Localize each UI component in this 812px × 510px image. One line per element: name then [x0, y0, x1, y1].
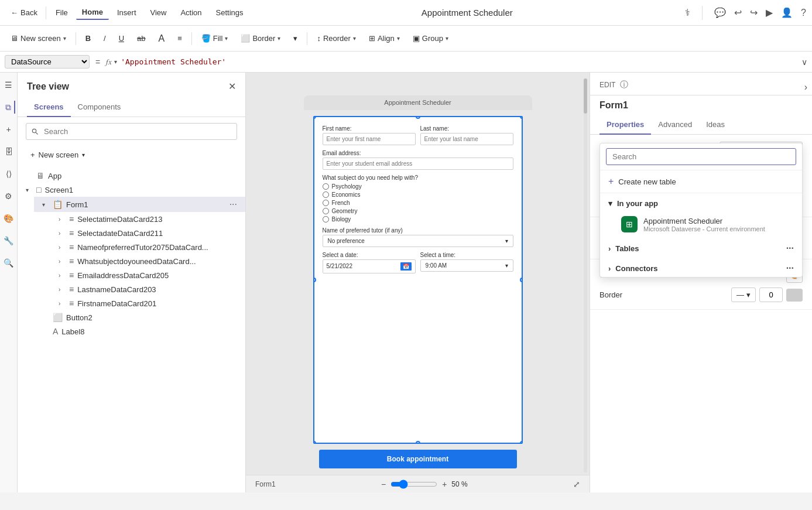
tree-item-selectadate[interactable]: › ≡ SelectadateDataCard211 — [50, 226, 245, 240]
add-icon[interactable]: + — [2, 123, 15, 136]
formula-source-select[interactable]: DataSource — [5, 55, 90, 69]
time-input[interactable]: 9:00 AM ▾ — [420, 259, 513, 272]
font-size-button[interactable]: A — [154, 31, 170, 46]
chat-icon[interactable]: 💬 — [714, 7, 726, 18]
menu-action[interactable]: Action — [174, 6, 207, 19]
border-width-input[interactable] — [759, 287, 783, 302]
tree-item-app[interactable]: 🖥 App — [18, 169, 245, 183]
health-icon[interactable]: ⚕ — [685, 7, 690, 18]
book-appointment-button[interactable]: Book appointment — [319, 450, 517, 468]
back-button[interactable]: ← Back — [6, 6, 42, 19]
theme-icon[interactable]: 🎨 — [2, 212, 15, 225]
ds-connectors-label: Connectors — [615, 264, 657, 273]
canvas-scroll-thumb[interactable] — [584, 78, 587, 114]
tools-icon[interactable]: 🔧 — [2, 234, 15, 247]
formula-input[interactable] — [121, 57, 798, 66]
layers-icon[interactable]: ⧉ — [2, 101, 15, 114]
help-icon[interactable]: ? — [801, 8, 806, 18]
firstname-input[interactable] — [323, 133, 416, 145]
tree-close-button[interactable]: ✕ — [228, 81, 236, 92]
tree-item-lastname[interactable]: › ≡ LastnameDataCard203 — [50, 282, 245, 296]
italic-button[interactable]: / — [99, 32, 111, 45]
tutor-dropdown[interactable]: No preference ▾ — [323, 235, 513, 247]
border-style-dropdown[interactable]: — ▾ — [731, 287, 756, 302]
border-color-picker[interactable] — [786, 289, 803, 302]
formula-expand-icon[interactable]: ∨ — [801, 57, 807, 67]
settings-icon[interactable]: ⚙ — [2, 190, 15, 203]
tables-dots[interactable]: ··· — [786, 243, 794, 254]
new-screen-button[interactable]: 🖥 New screen ▾ — [6, 32, 71, 45]
tab-advanced[interactable]: Advanced — [651, 115, 699, 135]
more-button[interactable]: ▾ — [289, 32, 302, 45]
align-position-button[interactable]: ⊞ Align ▾ — [364, 32, 405, 45]
ds-create-button[interactable]: + Create new table — [600, 170, 802, 193]
subject-economics[interactable]: Economics — [323, 191, 513, 198]
email-input[interactable] — [323, 158, 513, 170]
fill-button[interactable]: 🪣 Fill ▾ — [197, 32, 233, 45]
ds-app-item[interactable]: ⊞ Appointment Scheduler Microsoft Datave… — [600, 211, 802, 237]
top-menu-bar: ← Back File Home Insert View Action Sett… — [0, 0, 812, 26]
zoom-slider[interactable] — [390, 480, 437, 489]
ds-search-input[interactable] — [606, 148, 796, 165]
formula-fx-button[interactable]: 𝑓𝑥 ▾ — [106, 57, 117, 67]
subject-psychology-label: Psychology — [332, 183, 362, 190]
tree-item-whatsubject[interactable]: › ≡ WhatsubjectdoyouneedDataCard... — [50, 254, 245, 268]
redo-icon[interactable]: ↪ — [750, 7, 758, 18]
strikethrough-button[interactable]: ab — [132, 32, 150, 45]
tree-item-button2[interactable]: ⬜ Button2 — [34, 310, 245, 324]
bold-button[interactable]: B — [81, 32, 95, 45]
subject-geometry[interactable]: Geometry — [323, 208, 513, 214]
zoom-out-button[interactable]: − — [381, 480, 386, 489]
tree-item-emailaddress[interactable]: › ≡ EmailaddressDataCard205 — [50, 268, 245, 282]
ds-in-your-app-header[interactable]: ▾ In your app — [600, 193, 802, 211]
align-button[interactable]: ≡ — [173, 32, 187, 45]
database-icon[interactable]: 🗄 — [2, 145, 15, 158]
menu-settings[interactable]: Settings — [210, 6, 249, 19]
tab-ideas[interactable]: Ideas — [699, 115, 732, 135]
tab-components[interactable]: Components — [71, 98, 128, 117]
tree-item-screen1[interactable]: ▾ □ Screen1 — [18, 183, 245, 197]
date-input[interactable]: 5/21/2022 📅 — [323, 259, 416, 273]
tree-item-label8[interactable]: A Label8 — [34, 324, 245, 338]
tree-item-firstname[interactable]: › ≡ FirstnameDataCard201 — [50, 296, 245, 310]
zoom-in-button[interactable]: + — [442, 480, 447, 489]
tab-properties[interactable]: Properties — [599, 115, 651, 135]
tree-item-selectatime[interactable]: › ≡ SelectatimeDataCard213 — [50, 212, 245, 226]
reorder-button[interactable]: ↕ Reorder ▾ — [312, 32, 360, 45]
form1-dots[interactable]: ··· — [229, 199, 237, 210]
play-icon[interactable]: ▶ — [766, 7, 773, 18]
subject-psychology[interactable]: Psychology — [323, 183, 513, 190]
lastname-input[interactable] — [420, 133, 513, 145]
variables-icon[interactable]: ⟨⟩ — [2, 167, 15, 180]
hamburger-icon[interactable]: ☰ — [2, 78, 15, 91]
fit-screen-button[interactable]: ⤢ — [573, 480, 580, 489]
ds-connectors-section[interactable]: › Connectors ··· — [600, 257, 802, 277]
menu-file[interactable]: File — [50, 6, 74, 19]
firstname-icon: ≡ — [69, 299, 74, 308]
right-panel-expand[interactable]: › — [800, 80, 812, 95]
connectors-dots[interactable]: ··· — [786, 263, 794, 273]
group-button[interactable]: ▣ Group ▾ — [408, 32, 453, 45]
undo-icon[interactable]: ↩ — [734, 7, 742, 18]
tab-screens[interactable]: Screens — [27, 98, 71, 117]
plus-icon: + — [30, 150, 35, 159]
lastname-label: LastnameDataCard203 — [77, 285, 156, 294]
date-field-container: Select a date: 5/21/2022 📅 — [323, 252, 416, 273]
menu-insert[interactable]: Insert — [111, 6, 142, 19]
underline-button[interactable]: U — [114, 32, 129, 45]
time-chevron: ▾ — [505, 262, 508, 269]
subject-french[interactable]: French — [323, 200, 513, 206]
menu-home[interactable]: Home — [76, 5, 109, 20]
tree-item-form1[interactable]: ▾ 📋 Form1 ··· — [34, 197, 245, 212]
menu-view[interactable]: View — [145, 6, 173, 19]
border-button[interactable]: ⬜ Border ▾ — [236, 32, 285, 45]
tree-item-nameofpreferred[interactable]: › ≡ NameofpreferredTutor2075DataCard... — [50, 240, 245, 254]
border-style-icon: — — [736, 290, 744, 299]
share-icon[interactable]: 👤 — [781, 7, 793, 18]
subject-biology[interactable]: Biology — [323, 216, 513, 223]
tree-search-input[interactable] — [26, 123, 237, 140]
help-circle-icon[interactable]: ⓘ — [620, 80, 628, 90]
search-left-icon[interactable]: 🔍 — [2, 256, 15, 269]
new-screen-tree-button[interactable]: + New screen ▾ — [26, 148, 90, 162]
ds-tables-section[interactable]: › Tables ··· — [600, 237, 802, 257]
